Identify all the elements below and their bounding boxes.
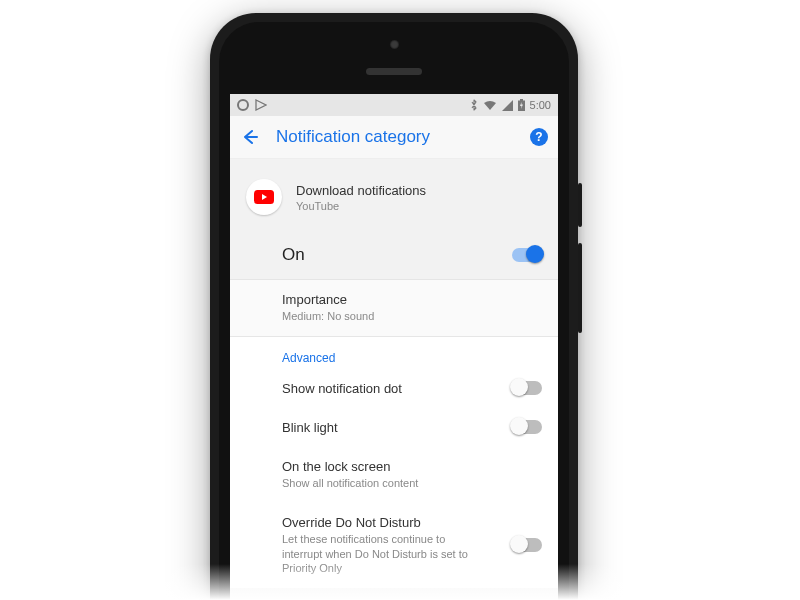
power-button [578, 183, 582, 227]
channel-header: Download notifications YouTube [230, 159, 558, 233]
youtube-app-icon [246, 179, 282, 215]
back-arrow-icon[interactable] [240, 127, 260, 147]
advanced-header: Advanced [230, 337, 558, 369]
master-toggle-row[interactable]: On [230, 233, 558, 280]
notification-dot-title: Show notification dot [282, 381, 512, 396]
notification-dot-switch[interactable] [512, 381, 542, 395]
help-icon[interactable]: ? [530, 128, 548, 146]
lock-screen-title: On the lock screen [282, 459, 542, 474]
wifi-icon [483, 100, 497, 111]
blink-light-title: Blink light [282, 420, 512, 435]
importance-value: Medium: No sound [282, 309, 482, 324]
bluetooth-icon [470, 99, 478, 111]
phone-frame: 5:00 Notification category ? Download no… [210, 13, 578, 600]
svg-rect-2 [520, 99, 523, 101]
lock-screen-value: Show all notification content [282, 476, 482, 491]
override-dnd-row[interactable]: Override Do Not Disturb Let these notifi… [230, 503, 558, 589]
lock-screen-row[interactable]: On the lock screen Show all notification… [230, 447, 558, 503]
override-dnd-desc: Let these notifications continue to inte… [282, 532, 482, 577]
volume-button [578, 243, 582, 333]
status-bar: 5:00 [230, 94, 558, 116]
status-time: 5:00 [530, 99, 551, 111]
cell-signal-icon [502, 100, 513, 111]
page-title: Notification category [276, 127, 514, 147]
importance-title: Importance [282, 292, 542, 307]
app-bar: Notification category ? [230, 116, 558, 159]
svg-point-0 [238, 100, 248, 110]
front-camera [390, 40, 399, 49]
importance-row[interactable]: Importance Medium: No sound [230, 280, 558, 336]
circle-status-icon [237, 99, 249, 111]
master-switch[interactable] [512, 248, 542, 262]
blink-light-switch[interactable] [512, 420, 542, 434]
channel-app-name: YouTube [296, 200, 426, 212]
screen: 5:00 Notification category ? Download no… [230, 94, 558, 600]
blink-light-row[interactable]: Blink light [230, 408, 558, 447]
channel-title: Download notifications [296, 183, 426, 198]
notification-dot-row[interactable]: Show notification dot [230, 369, 558, 408]
master-toggle-label: On [282, 245, 512, 265]
play-store-icon [255, 99, 267, 111]
battery-icon [518, 99, 525, 111]
override-dnd-title: Override Do Not Disturb [282, 515, 512, 530]
override-dnd-switch[interactable] [512, 538, 542, 552]
speaker-grille [366, 68, 422, 75]
